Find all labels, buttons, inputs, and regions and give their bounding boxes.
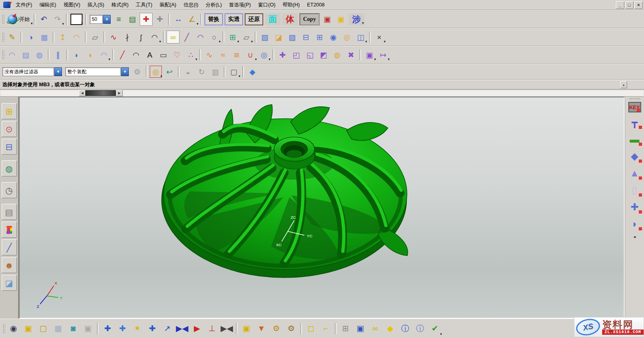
- new-component-icon[interactable]: ✚: [116, 321, 130, 336]
- suppress-component-icon[interactable]: ⚙: [269, 321, 283, 336]
- menu-information[interactable]: 信息(I): [180, 0, 202, 10]
- key-template-button[interactable]: KEY: [628, 102, 641, 112]
- template-part-block-icon[interactable]: ▬: [627, 132, 643, 146]
- replace-button[interactable]: 替换: [204, 13, 223, 25]
- extrude-sheet-icon[interactable]: ↥: [56, 31, 69, 44]
- menu-format[interactable]: 格式(R): [108, 0, 132, 10]
- find-component-icon[interactable]: ◉: [6, 321, 21, 336]
- studio-surface-icon[interactable]: ◠▾: [97, 48, 110, 61]
- trim-body-icon[interactable]: ◫▾: [354, 31, 367, 44]
- sketch-icon[interactable]: ✎: [6, 31, 19, 44]
- link-info-icon[interactable]: ⓘ: [398, 321, 412, 336]
- graphics-viewport[interactable]: ZC YC XC X Y Z: [19, 97, 625, 319]
- assembly-constraints-icon[interactable]: ▶◀: [175, 321, 189, 336]
- scroll-right-icon[interactable]: ►: [116, 90, 123, 96]
- menu-analysis[interactable]: 分析(L): [202, 0, 225, 10]
- text-icon[interactable]: A: [143, 48, 156, 61]
- display-color-swatch[interactable]: ▾: [70, 14, 83, 25]
- undo-icon[interactable]: ↶: [37, 13, 50, 26]
- template-part-cross-icon[interactable]: ✚: [627, 199, 643, 214]
- selection-filter-dropdown-icon[interactable]: ▼: [54, 67, 62, 76]
- scroll-left-icon[interactable]: ◄: [79, 90, 86, 96]
- exploded-views-icon[interactable]: ⊞: [339, 321, 353, 336]
- line-point-icon[interactable]: ╱: [180, 31, 193, 44]
- section-curve-icon[interactable]: ∪▾: [244, 48, 257, 61]
- relations-browser-icon[interactable]: ⓘ: [413, 321, 427, 336]
- translucent-button[interactable]: 实透: [225, 13, 243, 25]
- menu-file[interactable]: 文件(F): [12, 0, 36, 10]
- show-component-icon[interactable]: ▢: [36, 321, 50, 336]
- undo-selection-icon[interactable]: ↩: [163, 65, 176, 78]
- horizontal-scrollbar[interactable]: ◄ ►: [0, 89, 644, 97]
- sheet-plane-icon[interactable]: ▱▾: [240, 31, 253, 44]
- divide-curve-icon[interactable]: ∤: [121, 31, 134, 44]
- layer-settings-icon[interactable]: ≡: [112, 13, 125, 26]
- trimmed-surface-icon[interactable]: ◍: [33, 48, 46, 61]
- assembly-navigator-icon[interactable]: ⊞: [2, 103, 17, 119]
- history-icon[interactable]: ◷: [2, 182, 17, 198]
- shadow-cube-icon[interactable]: ◩: [317, 48, 330, 61]
- remember-constraints-icon[interactable]: ▶◀: [220, 321, 234, 336]
- hole-icon[interactable]: ◉: [327, 31, 340, 44]
- subtract-icon[interactable]: ⊟: [299, 31, 312, 44]
- project-curve-icon[interactable]: ∿: [203, 48, 216, 61]
- selection-scope-combo[interactable]: 整个装配 ▼: [65, 67, 129, 76]
- split-curve-icon[interactable]: ʃ: [134, 31, 147, 44]
- filter-gears-icon[interactable]: ⚙: [131, 65, 144, 78]
- show-dof-icon[interactable]: ◻: [304, 321, 318, 336]
- ruled-surface-icon[interactable]: ◠: [6, 48, 19, 61]
- profile-spline-icon[interactable]: ♡: [171, 48, 184, 61]
- bridge-curve-icon[interactable]: ◠▾: [148, 31, 161, 44]
- restore-button[interactable]: 还原: [245, 13, 263, 25]
- sequence-icon[interactable]: ⌐: [319, 321, 333, 336]
- open-component-icon[interactable]: ▣: [21, 321, 35, 336]
- menu-assemblies[interactable]: 装配(A): [156, 0, 180, 10]
- visualization-icon[interactable]: ▮: [2, 222, 17, 238]
- scene-editor-icon[interactable]: ╱: [2, 239, 17, 255]
- she-button[interactable]: 涉▾: [349, 13, 364, 25]
- minimize-button[interactable]: _: [616, 1, 624, 9]
- menu-help[interactable]: 帮助(H): [279, 0, 303, 10]
- create-parent-icon[interactable]: ✶: [130, 321, 144, 336]
- offset-body-icon[interactable]: ◱: [303, 48, 316, 61]
- gallery-icon[interactable]: ◪: [2, 275, 17, 291]
- flex-surface-icon[interactable]: ◠: [70, 31, 83, 44]
- menu-preferences[interactable]: 首选项(P): [225, 0, 254, 10]
- unite-icon[interactable]: ⊞: [313, 31, 326, 44]
- roles-icon[interactable]: ☻: [2, 257, 17, 273]
- face-button[interactable]: 面: [265, 13, 281, 25]
- menu-view[interactable]: 视图(V): [60, 0, 84, 10]
- edit-suppression-icon[interactable]: ⚙: [284, 321, 298, 336]
- restore-button[interactable]: □: [625, 1, 634, 9]
- move-component-icon[interactable]: ↗: [160, 321, 174, 336]
- template-part-plate-icon[interactable]: ▲: [627, 166, 643, 180]
- clip-section-icon[interactable]: ▥: [209, 65, 222, 78]
- soft-blend-icon[interactable]: ◖: [84, 48, 97, 61]
- template-part-bushing-icon[interactable]: ▯: [627, 182, 643, 197]
- selection-filter-combo[interactable]: 没有选择过滤器 ▼: [2, 67, 62, 76]
- rectangle-icon[interactable]: ▭: [157, 48, 170, 61]
- interpart-link-icon[interactable]: ∞: [368, 321, 382, 336]
- wcs-dynamics-icon[interactable]: ✚: [153, 13, 166, 26]
- yellow-cube-icon[interactable]: ▣: [334, 13, 347, 26]
- trim-curve-icon[interactable]: ∿: [107, 31, 120, 44]
- pattern-component-icon[interactable]: ✚: [145, 321, 159, 336]
- arc-point-icon[interactable]: ◠: [194, 31, 207, 44]
- sheet-body-icon[interactable]: ▨: [286, 31, 299, 44]
- substitute-component-icon[interactable]: ▼: [254, 321, 268, 336]
- arc-3pt-icon[interactable]: ◠: [130, 48, 142, 61]
- join-curve-icon[interactable]: ∞: [167, 31, 180, 44]
- menu-tools[interactable]: 工具(T): [132, 0, 156, 10]
- measure-angle-icon[interactable]: ∠▾: [186, 13, 198, 26]
- line-2pt-icon[interactable]: ╱: [116, 48, 129, 61]
- viewport-canvas[interactable]: ZC YC XC X Y Z: [20, 97, 624, 318]
- palette-collapse-icon[interactable]: ◂: [634, 234, 636, 239]
- redo-icon[interactable]: ↷▾: [51, 13, 64, 26]
- selection-scope-dropdown-icon[interactable]: ▼: [121, 67, 129, 76]
- template-part-bracket-icon[interactable]: ◆: [627, 149, 643, 163]
- section-view-icon[interactable]: ◑: [24, 31, 37, 44]
- measure-distance-icon[interactable]: ↔: [172, 13, 185, 26]
- face-blend-icon[interactable]: ◗: [70, 48, 83, 61]
- datum-csys-icon[interactable]: ×▾: [373, 31, 386, 44]
- system-materials-icon[interactable]: ▤: [2, 204, 17, 220]
